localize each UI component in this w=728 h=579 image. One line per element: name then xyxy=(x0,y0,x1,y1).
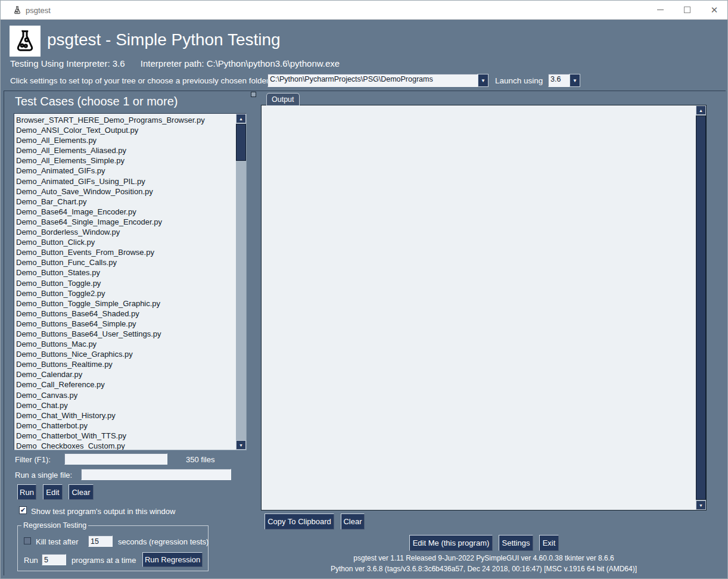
list-item[interactable]: Demo_Button_States.py xyxy=(16,267,235,278)
scroll-down-icon: ▼ xyxy=(239,443,243,447)
output-clear-button[interactable]: Clear xyxy=(341,513,365,530)
chevron-down-icon: ▼ xyxy=(481,78,486,83)
copy-to-clipboard-button[interactable]: Copy To Clipboard xyxy=(265,513,334,530)
list-item[interactable]: Demo_Auto_Save_Window_Position.py xyxy=(16,186,235,197)
interpreter-path: Interpreter path: C:\Python\python3.6\py… xyxy=(141,58,340,69)
close-icon: ✕ xyxy=(711,5,718,14)
list-item[interactable]: Demo_Chatterbot_With_TTS.py xyxy=(16,431,235,441)
folder-combo[interactable]: C:\Python\PycharmProjects\PSG\DemoProgra… xyxy=(267,74,489,87)
show-output-checkbox[interactable]: ✔ xyxy=(19,506,27,514)
scroll-up-button[interactable]: ▲ xyxy=(236,114,246,123)
run-count-input[interactable] xyxy=(42,554,66,565)
list-item[interactable]: Demo_Buttons_Nice_Graphics.py xyxy=(16,349,235,359)
maximize-button[interactable] xyxy=(674,1,700,19)
listbox-scrollbar[interactable]: ▲ ▼ xyxy=(236,114,246,450)
list-item[interactable]: Demo_Base64_Image_Encoder.py xyxy=(16,207,235,217)
list-item[interactable]: Demo_Buttons_Base64_User_Settings.py xyxy=(16,329,235,339)
close-button[interactable]: ✕ xyxy=(701,1,727,19)
launch-version-value[interactable]: 3.6 xyxy=(548,74,570,87)
check-icon: ✔ xyxy=(20,507,26,513)
scroll-up-icon: ▲ xyxy=(239,117,243,121)
scrollbar-thumb[interactable] xyxy=(236,124,246,161)
run-regression-button[interactable]: Run Regression xyxy=(142,552,203,567)
scroll-down-button[interactable]: ▼ xyxy=(696,500,706,510)
list-item[interactable]: Demo_Chat_With_History.py xyxy=(16,410,235,421)
list-item[interactable]: Demo_Button_Click.py xyxy=(16,237,235,247)
output-text[interactable] xyxy=(264,107,694,508)
list-item[interactable]: Browser_START_HERE_Demo_Programs_Browser… xyxy=(16,115,235,125)
list-item[interactable]: Demo_Checkboxes_Custom.py xyxy=(16,441,235,450)
app-logo xyxy=(10,26,41,57)
chevron-down-icon: ▼ xyxy=(573,78,577,83)
exit-button[interactable]: Exit xyxy=(539,535,559,551)
interpreter-line: Testing Using Interpreter: 3.6 Interpret… xyxy=(10,58,340,69)
output-panel[interactable]: ▲ ▼ xyxy=(261,105,707,510)
list-item[interactable]: Demo_Buttons_Realtime.py xyxy=(16,359,235,369)
settings-hint-label: Click settings to set top of your tree o… xyxy=(10,76,269,85)
scroll-up-button[interactable]: ▲ xyxy=(696,105,706,115)
list-item[interactable]: Demo_Bar_Chart.py xyxy=(16,197,235,207)
list-item[interactable]: Demo_Buttons_Mac.py xyxy=(16,339,235,349)
edit-button[interactable]: Edit xyxy=(43,484,63,500)
list-item[interactable]: Demo_All_Elements.py xyxy=(16,135,235,145)
list-item[interactable]: Demo_Calendar.py xyxy=(16,369,235,379)
test-case-listbox[interactable]: Browser_START_HERE_Demo_Programs_Browser… xyxy=(14,113,247,450)
tab-output[interactable]: Output xyxy=(266,93,300,105)
list-item[interactable]: Demo_Borderless_Window.py xyxy=(16,227,235,237)
launch-combo-arrow[interactable]: ▼ xyxy=(570,74,580,87)
single-file-label: Run a single file: xyxy=(15,471,72,480)
list-item[interactable]: Demo_Button_Toggle.py xyxy=(16,278,235,288)
list-item[interactable]: Demo_Buttons_Base64_Simple.py xyxy=(16,319,235,329)
kill-test-suffix-label: seconds (regression tests) xyxy=(118,537,209,546)
edit-me-button[interactable]: Edit Me (this program) xyxy=(409,535,493,551)
list-item[interactable]: Demo_Call_Reference.py xyxy=(16,379,235,390)
list-item[interactable]: Demo_Chatterbot.py xyxy=(16,421,235,431)
kill-test-label: Kill test after xyxy=(36,537,79,546)
maximize-icon xyxy=(684,7,690,13)
list-item[interactable]: Demo_Animated_GIFs.py xyxy=(16,166,235,176)
list-item[interactable]: Demo_Button_Toggle_Simple_Graphic.py xyxy=(16,298,235,309)
app-window: psgtest ✕ psgtest - Simple Python Testin… xyxy=(0,0,728,579)
kill-seconds-input[interactable] xyxy=(88,536,113,547)
list-item[interactable]: Demo_All_Elements_Aliased.py xyxy=(16,145,235,155)
run-count-label: Run xyxy=(24,556,38,565)
status-line-2: Python ver 3.6.8 (tags/v3.6.8:3c6b436a57… xyxy=(261,565,707,573)
folder-combo-value[interactable]: C:\Python\PycharmProjects\PSG\DemoProgra… xyxy=(267,74,478,87)
show-output-label: Show test program's output in this windo… xyxy=(31,507,175,516)
kill-test-checkbox[interactable] xyxy=(24,537,31,544)
list-item[interactable]: Demo_Button_Func_Calls.py xyxy=(16,257,235,267)
list-item[interactable]: Demo_All_Elements_Simple.py xyxy=(16,155,235,166)
scrollbar-thumb[interactable] xyxy=(696,116,706,500)
minimize-button[interactable] xyxy=(647,1,673,19)
clear-button[interactable]: Clear xyxy=(69,484,94,500)
pane-divider-top xyxy=(4,91,726,91)
launch-version-combo[interactable]: 3.6 ▼ xyxy=(548,74,580,87)
pane-divider-left xyxy=(4,91,4,575)
scroll-down-button[interactable]: ▼ xyxy=(236,440,246,450)
launch-using-label: Launch using xyxy=(495,76,543,85)
scroll-up-icon: ▲ xyxy=(699,108,703,113)
list-item[interactable]: Demo_Buttons_Base64_Shaded.py xyxy=(16,309,235,319)
run-button[interactable]: Run xyxy=(17,484,36,500)
interpreter-version: Testing Using Interpreter: 3.6 xyxy=(10,58,125,69)
list-item[interactable]: Demo_Button_Toggle2.py xyxy=(16,288,235,298)
regression-frame-title: Regression Testing xyxy=(21,521,88,530)
list-item[interactable]: Demo_Button_Events_From_Browse.py xyxy=(16,247,235,257)
page-title: psgtest - Simple Python Testing xyxy=(47,30,281,49)
scroll-down-icon: ▼ xyxy=(699,503,703,508)
filter-input[interactable] xyxy=(64,453,167,465)
list-item[interactable]: Demo_Animated_GIFs_Using_PIL.py xyxy=(16,176,235,186)
list-item[interactable]: Demo_Canvas.py xyxy=(16,390,235,400)
pane-sash-handle[interactable] xyxy=(251,92,256,97)
output-scrollbar[interactable]: ▲ ▼ xyxy=(696,105,706,510)
folder-combo-arrow[interactable]: ▼ xyxy=(478,74,489,87)
minimize-icon xyxy=(657,10,664,10)
list-item[interactable]: Demo_Chat.py xyxy=(16,400,235,410)
list-item[interactable]: Demo_ANSI_Color_Text_Output.py xyxy=(16,125,235,135)
window-title: psgtest xyxy=(26,6,51,15)
titlebar: psgtest ✕ xyxy=(1,1,727,20)
single-file-input[interactable] xyxy=(81,469,231,480)
settings-button[interactable]: Settings xyxy=(499,535,533,551)
list-item[interactable]: Demo_Base64_Single_Image_Encoder.py xyxy=(16,217,235,227)
regression-frame: Regression Testing Kill test after secon… xyxy=(17,525,209,571)
